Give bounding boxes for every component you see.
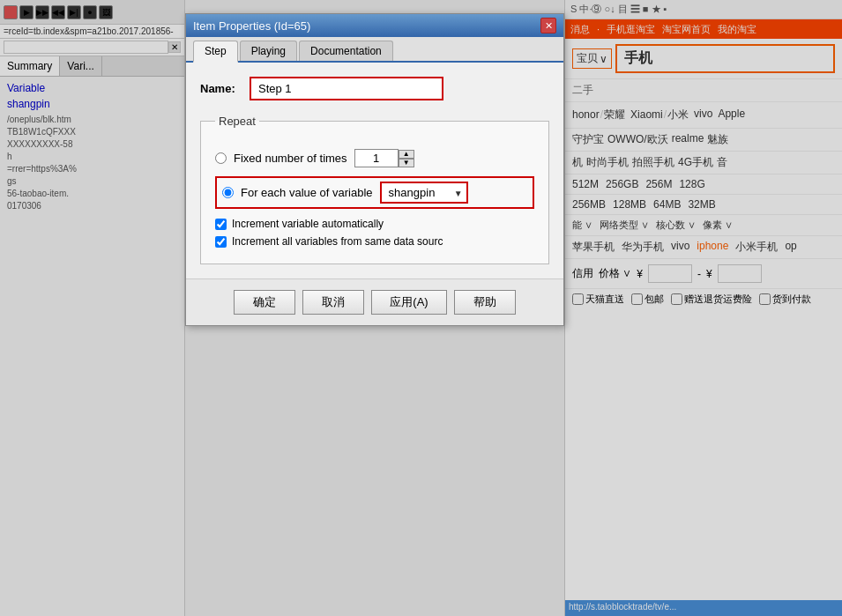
increment-auto-checkbox[interactable] bbox=[215, 219, 227, 230]
dialog-body: Name: Repeat Fixed number of times ▲ ▼ bbox=[186, 63, 563, 278]
spin-wrap: ▲ ▼ bbox=[354, 149, 414, 167]
help-button[interactable]: 帮助 bbox=[454, 290, 516, 315]
foreach-select[interactable]: shangpin bbox=[380, 182, 468, 204]
increment-auto-label: Increment variable automatically bbox=[232, 218, 384, 230]
name-row: Name: bbox=[200, 77, 549, 100]
spin-down-button[interactable]: ▼ bbox=[399, 159, 414, 167]
foreach-label: For each value of variable bbox=[241, 186, 373, 199]
item-properties-dialog: Item Properties (Id=65) ✕ Step Playing D… bbox=[185, 13, 564, 326]
repeat-group: Repeat Fixed number of times ▲ ▼ For eac… bbox=[200, 115, 549, 264]
foreach-row: For each value of variable shangpin bbox=[215, 176, 534, 209]
dialog-close-button[interactable]: ✕ bbox=[540, 18, 556, 33]
dialog-tabs: Step Playing Documentation bbox=[186, 37, 563, 63]
spin-up-button[interactable]: ▲ bbox=[399, 150, 414, 159]
foreach-select-wrapper: shangpin bbox=[380, 182, 468, 204]
cancel-button[interactable]: 取消 bbox=[302, 290, 364, 315]
fixed-times-radio[interactable] bbox=[215, 152, 227, 164]
dialog-title: Item Properties (Id=65) bbox=[193, 19, 310, 33]
apply-button[interactable]: 应用(A) bbox=[371, 290, 446, 315]
documentation-tab[interactable]: Documentation bbox=[299, 41, 393, 61]
name-input[interactable] bbox=[250, 77, 443, 100]
repeat-legend: Repeat bbox=[215, 115, 259, 128]
increment-auto-row: Increment variable automatically bbox=[215, 218, 534, 230]
fixed-times-label: Fixed number of times bbox=[234, 152, 347, 165]
confirm-button[interactable]: 确定 bbox=[234, 290, 295, 315]
foreach-radio[interactable] bbox=[222, 187, 234, 198]
dialog-footer: 确定 取消 应用(A) 帮助 bbox=[186, 278, 563, 325]
spin-arrows: ▲ ▼ bbox=[399, 150, 414, 167]
increment-all-checkbox[interactable] bbox=[215, 236, 227, 248]
increment-all-label: Increment all variables from same data s… bbox=[232, 235, 443, 248]
step-tab[interactable]: Step bbox=[193, 41, 238, 63]
playing-tab[interactable]: Playing bbox=[240, 41, 297, 61]
fixed-times-row: Fixed number of times ▲ ▼ bbox=[215, 149, 534, 167]
increment-all-row: Increment all variables from same data s… bbox=[215, 235, 534, 248]
dialog-titlebar: Item Properties (Id=65) ✕ bbox=[186, 14, 563, 37]
name-label: Name: bbox=[200, 82, 242, 95]
spin-input[interactable] bbox=[354, 149, 399, 167]
